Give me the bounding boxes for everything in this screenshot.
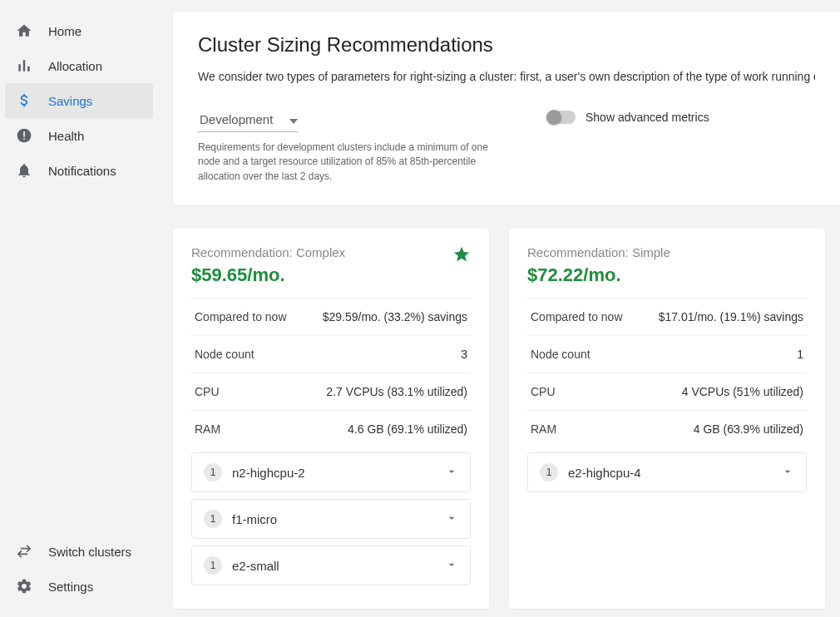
main: Cluster Sizing Recommendations We consid… [158, 0, 840, 617]
stat-val: $29.59/mo. (33.2%) savings [323, 310, 467, 323]
recommendation-label: Recommendation: Simple [527, 245, 670, 259]
pool-count: 1 [204, 556, 222, 575]
chevron-down-icon [445, 558, 458, 574]
sidebar-item-switch-clusters[interactable]: Switch clusters [5, 534, 153, 569]
stat-val: 4.6 GB (69.1% utilized) [348, 422, 467, 436]
advanced-metrics-toggle[interactable] [547, 111, 576, 124]
pool-name: f1-micro [232, 512, 277, 526]
profile-description: Requirements for development clusters in… [198, 141, 489, 184]
controls-row: Development Requirements for development… [198, 107, 815, 184]
sidebar-item-notifications[interactable]: Notifications [5, 153, 153, 188]
pool-name: n2-highcpu-2 [232, 466, 305, 480]
stat-key: CPU [195, 385, 220, 398]
sidebar-item-label: Savings [48, 94, 92, 108]
stat-key: RAM [195, 422, 220, 436]
advanced-metrics-control: Show advanced metrics [547, 107, 709, 124]
stat-val: 4 GB (63.9% utilized) [694, 422, 803, 436]
stat-key: Compared to now [531, 310, 623, 323]
bell-icon [15, 161, 33, 180]
profile-select-value: Development [200, 112, 273, 126]
alert-circle-icon [15, 126, 33, 145]
sidebar-item-label: Settings [48, 580, 93, 594]
sidebar-item-allocation[interactable]: Allocation [5, 48, 153, 83]
sidebar-item-home[interactable]: Home [5, 13, 153, 48]
stat-row: RAM 4 GB (63.9% utilized) [527, 410, 807, 447]
swap-icon [15, 542, 33, 560]
node-pool-row[interactable]: 1 e2-highcpu-4 [527, 452, 807, 492]
recommendation-label: Recommendation: Complex [191, 245, 345, 259]
stat-val: 1 [797, 348, 803, 361]
stat-key: Node count [195, 348, 254, 361]
stat-key: Node count [531, 348, 590, 361]
dollar-icon [15, 91, 33, 110]
stat-val: 2.7 VCPUs (83.1% utilized) [326, 385, 467, 398]
sidebar-item-label: Switch clusters [48, 545, 131, 559]
home-icon [15, 22, 33, 40]
star-icon [452, 245, 471, 266]
pool-count: 1 [540, 463, 558, 481]
stat-key: Compared to now [195, 310, 287, 323]
node-pool-row[interactable]: 1 e2-small [191, 545, 471, 585]
pool-name: e2-small [232, 559, 279, 573]
sidebar-item-label: Allocation [48, 59, 102, 73]
advanced-metrics-label: Show advanced metrics [586, 111, 709, 124]
stat-key: CPU [531, 385, 556, 398]
recommendation-cards: Recommendation: Complex $59.65/mo. Compa… [173, 229, 840, 609]
node-pool-row[interactable]: 1 f1-micro [191, 499, 471, 539]
recommendation-price: $59.65/mo. [191, 264, 345, 286]
sidebar: Home Allocation Savings Health Notificat… [0, 0, 158, 617]
recommendation-price: $72.22/mo. [527, 264, 670, 286]
recommendation-card-complex: Recommendation: Complex $59.65/mo. Compa… [173, 229, 489, 609]
sidebar-item-label: Home [48, 24, 82, 38]
stat-val: $17.01/mo. (19.1%) savings [659, 310, 803, 323]
svg-rect-1 [23, 131, 25, 137]
stat-val: 3 [461, 348, 467, 361]
node-pool-list: 1 n2-highcpu-2 1 f1-micro 1 e2-small [191, 452, 471, 585]
bar-chart-icon [15, 57, 33, 75]
sidebar-item-savings[interactable]: Savings [5, 83, 153, 118]
sidebar-item-health[interactable]: Health [5, 118, 153, 153]
recommendation-card-simple: Recommendation: Simple $72.22/mo. Compar… [509, 229, 825, 609]
sidebar-bottom-list: Switch clusters Settings [5, 534, 153, 604]
page-description: We consider two types of parameters for … [198, 68, 815, 86]
profile-column: Development Requirements for development… [198, 107, 489, 184]
stat-row: CPU 4 VCPUs (51% utilized) [527, 373, 807, 410]
chevron-down-icon [781, 465, 794, 481]
gear-icon [15, 577, 33, 595]
stat-row: Compared to now $29.59/mo. (33.2%) savin… [191, 298, 471, 335]
profile-select[interactable]: Development [198, 107, 298, 132]
sidebar-item-label: Health [48, 129, 84, 143]
page-title: Cluster Sizing Recommendations [198, 33, 815, 57]
chevron-down-icon [445, 465, 458, 481]
sidebar-item-settings[interactable]: Settings [5, 569, 153, 604]
stat-row: Node count 3 [191, 335, 471, 373]
pool-count: 1 [204, 463, 222, 481]
chevron-down-icon [445, 511, 458, 527]
pool-count: 1 [204, 510, 222, 528]
stat-row: RAM 4.6 GB (69.1% utilized) [191, 410, 471, 447]
stat-key: RAM [531, 422, 556, 436]
stat-row: Compared to now $17.01/mo. (19.1%) savin… [527, 298, 807, 335]
sidebar-top-list: Home Allocation Savings Health Notificat… [5, 13, 153, 188]
node-pool-row[interactable]: 1 n2-highcpu-2 [191, 452, 471, 492]
sidebar-item-label: Notifications [48, 164, 116, 178]
pool-name: e2-highcpu-4 [568, 466, 641, 480]
header-panel: Cluster Sizing Recommendations We consid… [173, 12, 840, 205]
stat-row: Node count 1 [527, 335, 807, 373]
node-pool-list: 1 e2-highcpu-4 [527, 452, 807, 492]
svg-rect-2 [23, 138, 25, 140]
chevron-down-icon [289, 112, 298, 126]
stat-val: 4 VCPUs (51% utilized) [682, 385, 803, 398]
stat-row: CPU 2.7 VCPUs (83.1% utilized) [191, 373, 471, 410]
